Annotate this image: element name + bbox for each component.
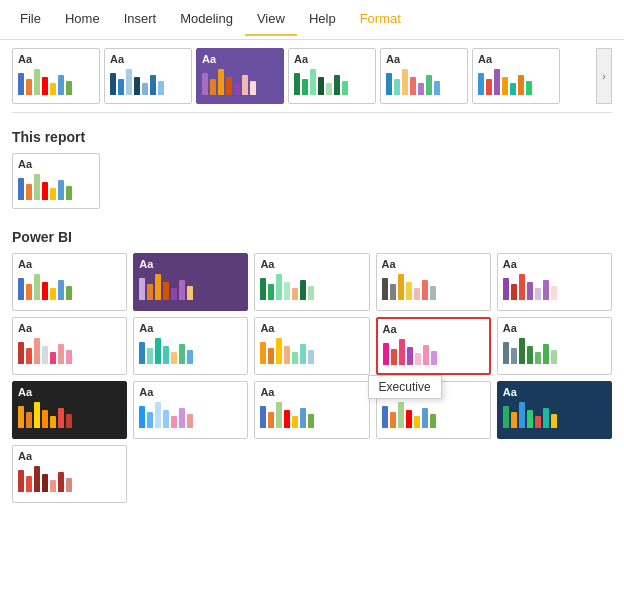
powerbi-theme-card[interactable]: Aa	[133, 381, 248, 439]
this-report-card[interactable]: Aa	[12, 153, 612, 209]
menu-insert[interactable]: Insert	[112, 3, 169, 36]
powerbi-theme-card[interactable]: Aa	[497, 317, 612, 375]
menubar: File Home Insert Modeling View Help Form…	[0, 0, 624, 40]
powerbi-theme-card[interactable]: Aa	[254, 381, 369, 439]
scroll-right-button[interactable]: ›	[596, 48, 612, 104]
powerbi-theme-card[interactable]: Aa	[12, 253, 127, 311]
powerbi-theme-card[interactable]: Aa	[254, 253, 369, 311]
powerbi-theme-card[interactable]: Aa	[254, 317, 369, 375]
powerbi-theme-card[interactable]: Aa	[12, 381, 127, 439]
menu-home[interactable]: Home	[53, 3, 112, 36]
powerbi-theme-card[interactable]: Aa	[12, 445, 127, 503]
powerbi-section-title: Power BI	[12, 229, 612, 245]
top-themes-row: AaAaAaAaAaAa ›	[12, 48, 612, 113]
powerbi-theme-card[interactable]: Aa	[133, 317, 248, 375]
menu-view[interactable]: View	[245, 3, 297, 36]
powerbi-theme-card[interactable]: Aa	[497, 253, 612, 311]
theme-card[interactable]: Aa	[196, 48, 284, 104]
theme-card[interactable]: Aa	[12, 48, 100, 104]
powerbi-theme-card[interactable]: Aa	[497, 381, 612, 439]
theme-card[interactable]: Aa	[104, 48, 192, 104]
menu-modeling[interactable]: Modeling	[168, 3, 245, 36]
this-report-grid: Aa	[12, 153, 612, 213]
powerbi-theme-card[interactable]: Aa	[376, 253, 491, 311]
powerbi-theme-card[interactable]: AaExecutive	[376, 317, 491, 375]
menu-file[interactable]: File	[8, 3, 53, 36]
powerbi-theme-card[interactable]: Aa	[12, 317, 127, 375]
menu-help[interactable]: Help	[297, 3, 348, 36]
themes-panel: AaAaAaAaAaAa › This report Aa Power BI A…	[0, 40, 624, 607]
theme-card[interactable]: Aa	[12, 153, 100, 209]
theme-card[interactable]: Aa	[380, 48, 468, 104]
theme-card[interactable]: Aa	[288, 48, 376, 104]
menu-format[interactable]: Format	[348, 3, 413, 36]
this-report-section-title: This report	[12, 129, 612, 145]
theme-card[interactable]: Aa	[472, 48, 560, 104]
powerbi-theme-card[interactable]: Aa	[376, 381, 491, 439]
powerbi-theme-card[interactable]: Aa	[133, 253, 248, 311]
powerbi-grid: AaAaAaAaAaAaAaAaAaExecutiveAaAaAaAaAaAaA…	[12, 253, 612, 503]
top-themes-container: AaAaAaAaAaAa	[12, 48, 592, 104]
